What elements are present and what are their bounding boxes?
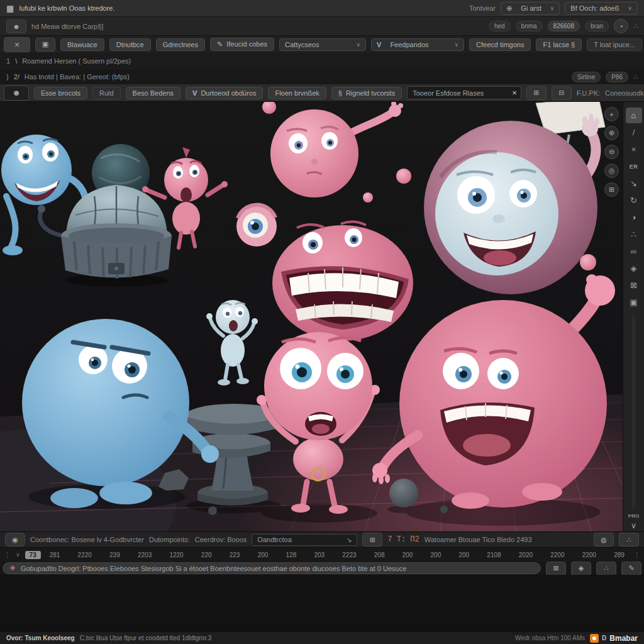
props-button-3[interactable]: Gdreclnees (156, 38, 205, 51)
timeline[interactable]: ⋮ ∨ 73 281 2220 239 2203 1220 220 223 20… (0, 547, 644, 562)
p86-button[interactable]: P86 (606, 72, 628, 82)
timeline-tick[interactable]: 220 (201, 552, 212, 558)
menu-button-4[interactable]: bran (585, 21, 609, 31)
scatter-tool-icon[interactable]: ∴ (626, 226, 642, 242)
timeline-tick[interactable]: 2200 (550, 552, 564, 558)
logo-text: Bmabar (609, 634, 638, 643)
rotate-tool-icon[interactable]: ↻ (626, 192, 642, 208)
timeline-tick[interactable]: 200 (458, 552, 469, 558)
logo-prefix: D (602, 635, 606, 641)
menu-button-3[interactable]: 826608 (548, 21, 580, 31)
footer-detail-text: C.toc litua Utse ftpur et coodetd tted 1… (80, 635, 212, 641)
timeline-tick[interactable]: 208 (374, 552, 385, 558)
timeline-ticks[interactable]: 281 2220 239 2203 1220 220 223 200 128 2… (46, 552, 628, 558)
diamond-icon[interactable]: ◈ (571, 562, 591, 575)
status-info-text: Watoarner Btouae Tico Bledo 2493 (425, 536, 532, 543)
clear-search-icon[interactable]: × (512, 88, 517, 97)
cut-tool-button[interactable]: × (4, 37, 30, 52)
timeline-tick[interactable]: 2200 (582, 552, 596, 558)
dots-icon[interactable]: ∴ (633, 73, 638, 81)
menu-dots-icon[interactable]: ∴ (633, 22, 638, 30)
breadcrumb-text[interactable]: Roamend Hersen ( Susern pl/2pes) (22, 57, 131, 65)
props-button-5[interactable]: F1 lacse § (536, 38, 582, 51)
shade-tool-icon[interactable]: ◑ (626, 209, 642, 225)
outliner-button[interactable]: V Durtoeod obdüros (186, 87, 263, 99)
floating-eyeball (236, 205, 277, 247)
annotate-tool-icon[interactable]: ▣ (626, 294, 642, 310)
collapse-rail-icon[interactable]: ∨ (626, 519, 642, 531)
diamond-tool-icon[interactable]: ◈ (626, 260, 642, 276)
sirtine-button[interactable]: Sirtine (572, 72, 601, 82)
line-tool-icon[interactable]: / (626, 125, 642, 140)
scene-dropdown[interactable]: Bf Ooch: adoeß ∨ (565, 2, 638, 14)
editor-type-icon[interactable]: ◉ (5, 533, 25, 547)
cut-tool-icon[interactable]: × (626, 142, 642, 157)
timeline-tick[interactable]: 200 (258, 552, 269, 558)
timeline-tick[interactable]: 239 (109, 552, 120, 558)
grid-icon[interactable]: ⊞ (362, 533, 382, 547)
transform-tool-icon[interactable]: ⊠ (626, 277, 642, 293)
main-button-3[interactable]: Beso Bedens (126, 87, 180, 99)
grid-view-icon[interactable]: ⊞ (604, 182, 619, 197)
pencil-icon[interactable]: ✎ (621, 562, 641, 575)
er-tool-icon[interactable]: ER (626, 158, 642, 174)
timeline-tick[interactable]: 1220 (169, 552, 183, 558)
move-tool-icon[interactable]: ↘ (626, 175, 642, 191)
help-icon[interactable]: ◍ (594, 533, 614, 547)
select-tool-icon[interactable]: ⌂ (626, 108, 642, 123)
timeline-tick[interactable]: 2108 (487, 552, 501, 558)
timeline-tick[interactable]: 203 (314, 552, 325, 558)
rail-scrollbar[interactable] (632, 316, 635, 508)
transform-icon[interactable]: ⊠ (546, 562, 566, 575)
breadcrumb-text[interactable]: Has tnotd | Bavea: | Gereot: (bfps) (25, 73, 130, 80)
timeline-tick[interactable]: 2220 (78, 552, 92, 558)
timeline-tick[interactable]: 2203 (138, 552, 152, 558)
feed-dropdown[interactable]: V Feedpandos ∨ (371, 38, 464, 51)
monkey-icon[interactable]: ☻ (4, 86, 29, 101)
menu-label: hd Meaw dtorve Carp§] (31, 23, 103, 30)
main-button-1[interactable]: Esse brocols (34, 87, 87, 99)
creature-menu-icon[interactable]: ☻ (6, 19, 26, 33)
zoom-out-icon[interactable]: ⊖ (604, 145, 619, 159)
timeline-tick[interactable]: 2020 (519, 552, 533, 558)
timeline-tick[interactable]: 289 (614, 552, 625, 558)
timeline-tick[interactable]: 200 (402, 552, 413, 558)
dots-icon[interactable]: ∴ (596, 562, 616, 575)
props-button-2[interactable]: Dtnutbce (109, 38, 151, 51)
viewport-3d-scene[interactable]: + ⊕ ⊖ ◎ ⊞ (0, 102, 623, 531)
current-frame-indicator[interactable]: 73 (25, 551, 41, 559)
grid-icon[interactable]: ⊞ (526, 86, 547, 100)
menu-button-2[interactable]: bnma (516, 21, 543, 31)
loop-tool-icon[interactable]: ∞ (626, 243, 642, 259)
axis-gizmo-icon[interactable]: + (604, 107, 619, 121)
category-dropdown[interactable]: Cattycseos ∨ (279, 38, 366, 51)
timeline-tick[interactable]: 128 (286, 552, 297, 558)
timeline-dots-icon: ⋮ (4, 551, 11, 559)
timeline-tick[interactable]: 2223 (342, 552, 356, 558)
camera-view-icon[interactable]: ◎ (604, 164, 619, 178)
pen-tool-button[interactable]: ✎ Ifeucid cobes (210, 38, 274, 51)
grid-toggle-button[interactable]: § Rigneld tvcorsts (331, 87, 402, 99)
app-icon[interactable]: ▦ (6, 4, 14, 13)
props-button-1[interactable]: Blawuace (60, 38, 104, 51)
menu-button-1[interactable]: hed (489, 21, 511, 31)
app-logo[interactable]: D Bmabar (590, 634, 638, 643)
search-input[interactable] (411, 89, 508, 97)
info-message: ❖ Gobupadtlo Deogrl: Ptbooes Elebooes St… (3, 562, 541, 574)
timeline-chevron-icon[interactable]: ∨ (16, 552, 20, 558)
timeline-tick[interactable]: 223 (230, 552, 240, 558)
props-button-6[interactable]: T loat ipuce... (587, 38, 642, 51)
status-input[interactable]: Oandtrctoa ↘ (252, 534, 357, 546)
frame-icon[interactable]: ⊟ (552, 86, 572, 100)
menu-end-icon[interactable]: ◔ (614, 19, 628, 33)
zoom-in-icon[interactable]: ⊕ (604, 126, 619, 140)
timeline-tick[interactable]: 200 (431, 552, 441, 558)
props-button-4[interactable]: Cfeecd timgons (469, 38, 531, 51)
timeline-tick[interactable]: 281 (50, 552, 60, 558)
main-button-4[interactable]: Floen brvnßek (268, 87, 326, 99)
scatter-icon[interactable]: ∴ (619, 533, 639, 547)
version-dropdown[interactable]: ⊕ Gi arst ∨ (501, 2, 560, 15)
main-button-2[interactable]: Ruld (92, 87, 121, 99)
connect-label: Coneosuodkcte: (605, 89, 644, 97)
palette-icon[interactable]: ▣ (35, 38, 55, 52)
